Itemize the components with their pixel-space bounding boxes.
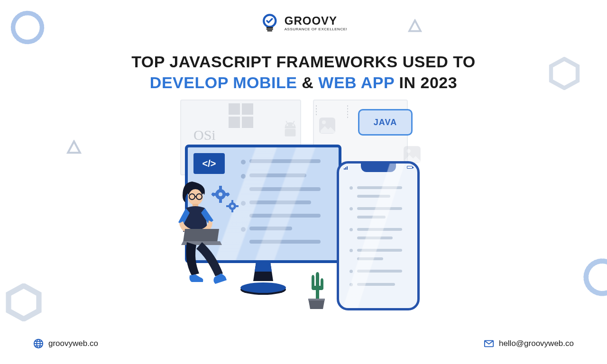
svg-point-31 [231, 205, 234, 208]
osi-label: OSi [193, 127, 216, 143]
svg-rect-30 [236, 205, 239, 207]
svg-marker-5 [68, 141, 80, 153]
svg-point-25 [219, 192, 222, 196]
windows-icon [229, 103, 253, 128]
globe-icon [33, 338, 44, 349]
title-line2-end: IN 2023 [395, 73, 458, 91]
svg-point-7 [286, 124, 288, 126]
developer-person [166, 178, 256, 301]
title-amp: & [297, 73, 318, 91]
cactus-plant [304, 270, 330, 310]
title-highlight-2: WEB APP [318, 73, 394, 91]
svg-rect-11 [285, 129, 296, 136]
svg-point-15 [406, 149, 410, 153]
title-line1: TOP JAVASCRIPT FRAMEWORKS USED TO [131, 53, 476, 71]
svg-rect-27 [231, 200, 233, 203]
image-icon [318, 116, 337, 135]
triangle-decoration-left [66, 140, 82, 155]
phone-illustration [337, 161, 420, 310]
svg-marker-2 [551, 59, 578, 88]
dotted-connector [316, 105, 317, 116]
svg-line-10 [293, 121, 294, 123]
phone-notch [361, 164, 396, 172]
code-symbol: </> [202, 158, 216, 169]
email-text: hello@groovyweb.co [499, 339, 574, 348]
title-highlight-1: DEVELOP MOBILE [150, 73, 297, 91]
ring-decoration-top-left [9, 9, 46, 46]
bulb-check-icon [260, 13, 280, 33]
phone-statusbar [344, 166, 413, 170]
svg-rect-29 [226, 205, 229, 207]
java-badge: JAVA [358, 109, 413, 136]
hexagon-decoration-bottom-left [5, 283, 43, 321]
svg-rect-19 [219, 186, 222, 190]
page-title: TOP JAVASCRIPT FRAMEWORKS USED TO DEVELO… [90, 51, 517, 93]
svg-rect-28 [231, 209, 233, 212]
svg-line-9 [286, 121, 287, 123]
java-badge-label: JAVA [374, 118, 397, 127]
hero-illustration: OSi JAVA </> [171, 100, 436, 318]
triangle-decoration-top [408, 19, 422, 33]
brand-tagline: ASSURANCE OF EXCELLENCE! [285, 27, 347, 31]
dotted-connector [347, 105, 348, 118]
brand-logo: GROOVY ASSURANCE OF EXCELLENCE! [260, 13, 347, 33]
svg-marker-4 [409, 20, 421, 31]
svg-point-1 [586, 261, 607, 293]
svg-point-8 [292, 124, 294, 126]
code-badge: </> [193, 153, 225, 174]
svg-marker-3 [9, 286, 39, 319]
svg-point-0 [13, 13, 42, 42]
footer-website: groovyweb.co [33, 338, 98, 349]
brand-name: GROOVY [285, 15, 347, 27]
website-text: groovyweb.co [48, 339, 98, 348]
svg-rect-20 [219, 199, 222, 203]
svg-point-13 [322, 120, 326, 124]
hexagon-decoration-top-right [548, 57, 581, 90]
mail-icon [484, 338, 494, 349]
android-icon [280, 118, 301, 139]
ring-decoration-right [581, 256, 607, 299]
footer-email: hello@groovyweb.co [484, 338, 574, 349]
